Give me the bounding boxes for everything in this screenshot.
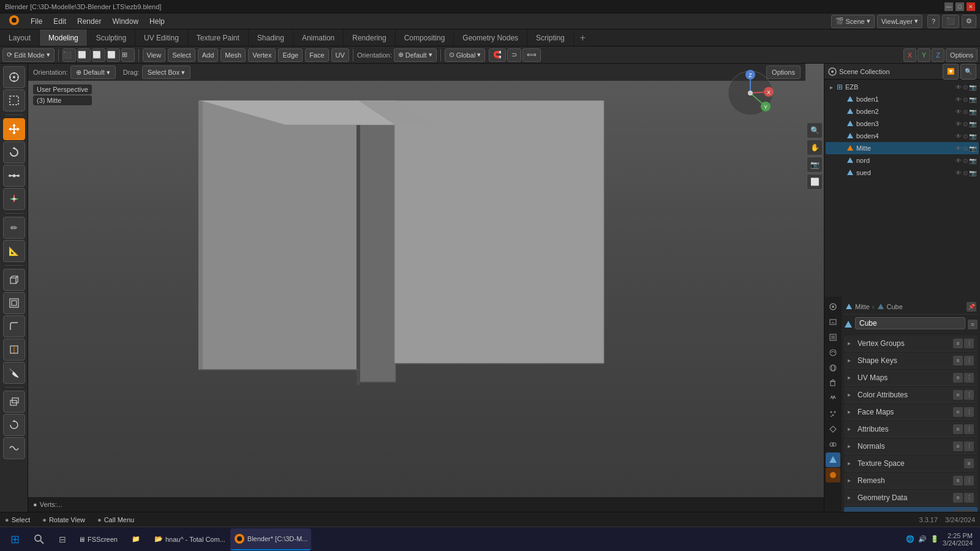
menu-edit[interactable]: Edit bbox=[48, 16, 71, 27]
select-menu-btn[interactable]: Select bbox=[168, 48, 195, 62]
tab-sculpting[interactable]: Sculpting bbox=[88, 29, 135, 46]
inset-tool[interactable] bbox=[3, 292, 25, 314]
annotate-tool[interactable]: ✏ bbox=[3, 217, 25, 239]
section-texture-space-header[interactable]: ▸ Texture Space ≡ bbox=[844, 455, 978, 471]
menu-help[interactable]: Help bbox=[145, 16, 170, 27]
close-button[interactable]: ✕ bbox=[967, 2, 975, 11]
section-uv-maps-header[interactable]: ▸ UV Maps ≡ ⋮ bbox=[844, 370, 978, 386]
props-icon-output[interactable] bbox=[826, 315, 840, 329]
props-icon-constraints[interactable] bbox=[826, 437, 840, 452]
pivot-dropdown[interactable]: ⊙ Global ▾ bbox=[445, 48, 486, 62]
taskbar-blender[interactable]: Blender* [C:\3D-M... bbox=[230, 528, 311, 550]
vertex-groups-options-btn[interactable]: ≡ bbox=[953, 339, 963, 348]
add-workspace-button[interactable]: + bbox=[574, 29, 592, 46]
uv-maps-more-btn[interactable]: ⋮ bbox=[964, 373, 974, 383]
props-icon-world[interactable] bbox=[826, 361, 840, 375]
systray-battery-icon[interactable]: 🔋 bbox=[930, 535, 939, 543]
options-btn[interactable]: Options bbox=[946, 48, 978, 62]
normals-opts-btn[interactable]: ≡ bbox=[953, 441, 963, 451]
outliner-item-boden1[interactable]: boden1 👁 ⊙ 📷 bbox=[826, 93, 979, 105]
props-icon-viewlayer[interactable] bbox=[826, 330, 840, 345]
props-name-input[interactable] bbox=[855, 317, 965, 329]
outliner-item-collection[interactable]: ▸ ⊞ EZB 👁 ⊙ 📷 bbox=[826, 81, 979, 93]
tab-layout[interactable]: Layout bbox=[0, 29, 40, 46]
outliner-sel-boden3[interactable]: ⊙ bbox=[963, 121, 968, 127]
shape-keys-opts-btn[interactable]: ≡ bbox=[953, 356, 963, 365]
snap-icon[interactable]: 🧲 bbox=[489, 48, 506, 62]
section-normals-header[interactable]: ▸ Normals ≡ ⋮ bbox=[844, 438, 978, 454]
bevel-tool[interactable] bbox=[3, 315, 25, 337]
vertex-menu-btn[interactable]: Vertex bbox=[248, 48, 276, 62]
add-menu-btn[interactable]: Add bbox=[198, 48, 219, 62]
normals-more-btn[interactable]: ⋮ bbox=[964, 441, 974, 451]
vertex-groups-more-btn[interactable]: ⋮ bbox=[964, 339, 974, 348]
taskbar-totalcmd[interactable]: 📂 hnau^ - Total Com... bbox=[151, 528, 229, 550]
outliner-render-boden4[interactable]: 📷 bbox=[969, 133, 976, 140]
props-options-btn[interactable]: ≡ bbox=[968, 320, 978, 329]
mode-select-btn[interactable]: ⟳ Edit Mode ▾ bbox=[2, 48, 55, 62]
cursor-tool[interactable] bbox=[3, 66, 25, 88]
tab-geometry-nodes[interactable]: Geometry Nodes bbox=[454, 29, 527, 46]
tb-icon2[interactable]: ⬜ bbox=[77, 48, 91, 62]
move-tool[interactable] bbox=[3, 118, 25, 140]
outliner-render-boden3[interactable]: 📷 bbox=[969, 121, 976, 127]
tab-animation[interactable]: Animation bbox=[293, 29, 344, 46]
viewport[interactable]: Orientation: ⊕ Default ▾ Drag: Select Bo… bbox=[28, 64, 824, 512]
color-attr-more-btn[interactable]: ⋮ bbox=[964, 390, 974, 400]
attributes-more-btn[interactable]: ⋮ bbox=[964, 424, 974, 434]
outliner-render-sued[interactable]: 📷 bbox=[969, 170, 976, 176]
outliner-item-mitte[interactable]: Mitte 👁 ⊙ 📷 bbox=[826, 142, 979, 154]
outliner-render-btn-ezb[interactable]: 📷 bbox=[969, 84, 976, 91]
face-menu-btn[interactable]: Face bbox=[305, 48, 328, 62]
outliner-vis-boden4[interactable]: 👁 bbox=[956, 133, 962, 140]
view-camera-btn[interactable]: ⬜ bbox=[807, 174, 823, 190]
viewlayer-selector[interactable]: ViewLayer ▾ bbox=[877, 15, 922, 28]
props-icon-material[interactable] bbox=[826, 468, 840, 482]
section-face-maps-header[interactable]: ▸ Face Maps ≡ ⋮ bbox=[844, 404, 978, 420]
outliner-sel-nord[interactable]: ⊙ bbox=[963, 157, 968, 164]
outliner-item-boden4[interactable]: boden4 👁 ⊙ 📷 bbox=[826, 130, 979, 142]
tab-shading[interactable]: Shading bbox=[249, 29, 293, 46]
knife-tool[interactable]: 🔪 bbox=[3, 362, 25, 384]
tb-icon1[interactable]: ⬛ bbox=[62, 48, 76, 62]
tab-scripting[interactable]: Scripting bbox=[527, 29, 574, 46]
mesh-menu-btn[interactable]: Mesh bbox=[221, 48, 246, 62]
camera-btn[interactable]: 📷 bbox=[807, 157, 823, 173]
outliner-vis-sued[interactable]: 👁 bbox=[956, 170, 962, 176]
props-icon-object[interactable] bbox=[826, 376, 840, 391]
systray-volume-icon[interactable]: 🔊 bbox=[918, 535, 927, 543]
shape-keys-more-btn[interactable]: ⋮ bbox=[964, 356, 974, 365]
windows-search-button[interactable] bbox=[28, 528, 50, 550]
taskbar-explorer[interactable]: 📁 bbox=[123, 528, 149, 550]
scale-tool[interactable] bbox=[3, 165, 25, 187]
section-remesh-header[interactable]: ▸ Remesh ≡ ⋮ bbox=[844, 473, 978, 489]
zoom-in-btn[interactable]: 🔍 bbox=[807, 122, 823, 138]
view-menu-btn[interactable]: View bbox=[143, 48, 166, 62]
face-maps-opts-btn[interactable]: ≡ bbox=[953, 407, 963, 417]
outliner-sel-mitte[interactable]: ⊙ bbox=[963, 145, 968, 152]
scene-selector[interactable]: 🎬 Scene Collection Scene ▾ bbox=[831, 15, 875, 28]
tb-icon4[interactable]: ⬜ bbox=[107, 48, 120, 62]
edge-menu-btn[interactable]: Edge bbox=[278, 48, 303, 62]
help-btn-2[interactable]: ? bbox=[927, 15, 940, 28]
attributes-opts-btn[interactable]: ≡ bbox=[953, 424, 963, 434]
outliner-item-boden2[interactable]: boden2 👁 ⊙ 📷 bbox=[826, 105, 979, 118]
props-icon-particles[interactable] bbox=[826, 407, 840, 421]
tab-uv-editing[interactable]: UV Editing bbox=[135, 29, 188, 46]
measure-tool[interactable]: 📐 bbox=[3, 240, 25, 262]
face-maps-more-btn[interactable]: ⋮ bbox=[964, 407, 974, 417]
section-attributes-header[interactable]: ▸ Attributes ≡ ⋮ bbox=[844, 421, 978, 437]
tab-texture-paint[interactable]: Texture Paint bbox=[188, 29, 249, 46]
section-geometry-data-header[interactable]: ▸ Geometry Data ≡ ⋮ bbox=[844, 490, 978, 506]
section-color-attributes-header[interactable]: ▸ Color Attributes ≡ ⋮ bbox=[844, 387, 978, 403]
drag-dropdown[interactable]: Select Box ▾ bbox=[142, 66, 191, 79]
remesh-more-btn[interactable]: ⋮ bbox=[964, 476, 974, 485]
tb-icon5[interactable]: ⊞ bbox=[121, 48, 135, 62]
extrude-tool[interactable] bbox=[3, 391, 25, 413]
outliner-sel-boden1[interactable]: ⊙ bbox=[963, 96, 968, 103]
maximize-button[interactable]: □ bbox=[956, 2, 964, 11]
orient-dropdown[interactable]: ⊕ Default ▾ bbox=[70, 66, 116, 79]
outliner-render-mitte[interactable]: 📷 bbox=[969, 145, 976, 152]
props-icon-modifiers[interactable] bbox=[826, 391, 840, 406]
spin-tool[interactable] bbox=[3, 414, 25, 436]
